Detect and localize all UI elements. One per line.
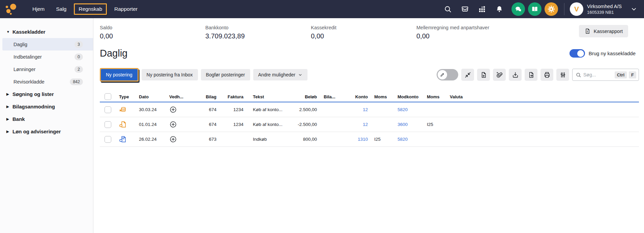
search-icon[interactable] xyxy=(444,5,452,13)
file-export-button[interactable] xyxy=(525,69,537,81)
sidebar-section-bilagsanmodning[interactable]: ▶Bilagsanmodning xyxy=(0,100,93,113)
attach-button[interactable] xyxy=(493,69,506,81)
new-cashbook-toggle-wrap: Brug ny kassekladde xyxy=(569,49,636,58)
sidebar-section-label: Bank xyxy=(12,116,25,122)
sidebar-section-bank[interactable]: ▶Bank xyxy=(0,113,93,125)
row-checkbox[interactable] xyxy=(105,106,111,113)
nav-item-rapporter[interactable]: Rapporter xyxy=(110,4,142,14)
select-all-checkbox[interactable] xyxy=(105,93,111,100)
company-avatar: V xyxy=(570,2,583,16)
shortcut-key-ctrl: Ctrl xyxy=(615,71,627,78)
add-attachment-button[interactable] xyxy=(169,106,177,113)
apps-icon[interactable] xyxy=(478,5,486,13)
sidebar-item-daglig[interactable]: Daglig3 xyxy=(2,38,93,51)
sidebar-item-indbetalinger[interactable]: Indbetalinger0 xyxy=(2,51,93,63)
table-row: 26.02.24673Indkøb800,001310I255820 xyxy=(100,132,639,147)
modkonto-cell[interactable]: 5820 xyxy=(395,137,423,142)
file-export-icon xyxy=(528,71,535,78)
collapse-button[interactable] xyxy=(461,69,474,81)
sidebar-item-l-nninger[interactable]: Lønninger2 xyxy=(2,63,93,75)
count-badge: 0 xyxy=(75,54,83,60)
add-attachment-button[interactable] xyxy=(169,135,177,143)
main-content: Saldo0,00Bankkonto3.709.023,89Kassekredi… xyxy=(93,18,644,233)
column-header-bel-b: Beløb xyxy=(290,94,319,99)
print-button[interactable] xyxy=(540,69,553,81)
column-header-moms: Moms xyxy=(423,94,447,99)
triangle-down-icon: ▼ xyxy=(6,30,12,34)
column-header-vedh: Vedh... xyxy=(165,94,202,99)
sidebar-section-s-gning-og-lister[interactable]: ▶Søgning og lister xyxy=(0,88,93,100)
doc-coins-orange-icon xyxy=(119,121,127,128)
type-cell xyxy=(116,106,135,113)
count-badge: 2 xyxy=(75,66,83,73)
nav-item-regnskab[interactable]: Regnskab xyxy=(74,3,107,15)
kasserapport-button[interactable]: $ Kasserapport xyxy=(579,25,628,37)
search-input[interactable] xyxy=(583,72,613,77)
type-cell xyxy=(116,121,135,128)
vedhaeftning-cell xyxy=(165,106,202,113)
chevron-down-icon[interactable] xyxy=(631,6,637,12)
button-label: Ny postering xyxy=(106,72,133,77)
inbox-icon[interactable] xyxy=(461,5,469,13)
new-cashbook-toggle[interactable] xyxy=(569,49,585,58)
andre-muligheder-button[interactable]: Andre muligheder xyxy=(253,69,308,80)
stat-kassekredit: Kassekredit0,00 xyxy=(311,25,416,40)
bell-icon[interactable] xyxy=(495,5,503,13)
ny-postering-button[interactable]: Ny postering xyxy=(101,69,138,80)
column-header-modkonto: Modkonto xyxy=(395,94,423,99)
sidebar-item-label: Revisorkladde xyxy=(13,79,45,85)
chat-icon[interactable] xyxy=(511,2,525,16)
sidebar-section-kassekladder[interactable]: ▼Kassekladder xyxy=(0,26,93,38)
stat-value: 0,00 xyxy=(100,32,205,40)
column-header-faktura: Faktura xyxy=(224,94,251,99)
ny-postering-fra-inbox-button[interactable]: Ny postering fra Inbox xyxy=(142,69,198,80)
select-all-cell xyxy=(100,93,116,100)
download-icon xyxy=(512,71,519,78)
sidebar-item-label: Indbetalinger xyxy=(13,54,42,60)
file-add-button[interactable] xyxy=(477,69,490,81)
sidebar-item-revisorkladde[interactable]: Revisorkladde842 xyxy=(2,75,93,88)
konto-cell[interactable]: 12 xyxy=(341,122,370,127)
tekst-cell: Indkøb xyxy=(251,137,290,142)
collapse-icon xyxy=(464,71,471,78)
tekst-cell: Køb af konto... xyxy=(251,107,290,112)
edit-mode-toggle[interactable] xyxy=(437,69,458,80)
nav-item-salg[interactable]: Salg xyxy=(52,4,70,14)
attach-icon xyxy=(496,71,503,78)
row-checkbox[interactable] xyxy=(105,136,111,143)
stat-mellemregning-med-anpartshaver: Mellemregning med anpartshaver0,00 xyxy=(416,25,522,40)
dato-cell: 01.01.24 xyxy=(135,122,165,127)
konto-cell[interactable]: 1310 xyxy=(341,137,370,142)
column-header-bilag: Bilag xyxy=(202,94,224,99)
faktura-cell: 1234 xyxy=(224,122,251,127)
account-menu[interactable]: V Virksomhed A/S 1605339 NB1 xyxy=(570,2,622,16)
column-header-dato: Dato xyxy=(135,94,165,99)
stat-label: Kassekredit xyxy=(311,25,416,30)
search-icon xyxy=(576,72,581,78)
modkonto-cell[interactable]: 5820 xyxy=(395,107,423,112)
count-badge: 3 xyxy=(75,41,83,48)
bogf-r-posteringer-button[interactable]: Bogfør posteringer xyxy=(201,69,250,80)
stat-value: 0,00 xyxy=(311,32,416,40)
sidebar-nav: ▼KassekladderDaglig3Indbetalinger0Lønnin… xyxy=(0,18,93,233)
sidebar-section-l-n-og-adviseringer[interactable]: ▶Løn og adviseringer xyxy=(0,125,93,138)
book-icon[interactable] xyxy=(528,2,541,16)
konto-cell[interactable]: 12 xyxy=(341,107,370,112)
app-logo-icon[interactable] xyxy=(5,2,18,16)
shortcut-key-f: F xyxy=(629,71,636,78)
gear-icon[interactable] xyxy=(545,2,558,16)
add-attachment-button[interactable] xyxy=(169,121,177,128)
faktura-cell: 1234 xyxy=(224,107,251,112)
row-checkbox[interactable] xyxy=(105,121,111,128)
modkonto-cell[interactable]: 3600 xyxy=(395,122,423,127)
sidebar-section-label: Løn og adviseringer xyxy=(12,129,61,134)
column-header-valuta: Valuta xyxy=(447,94,639,99)
table-row: 30.03.246741234Køb af konto...2.500,0012… xyxy=(100,102,639,117)
vedhaeftning-cell xyxy=(165,121,202,128)
nav-item-hjem[interactable]: Hjem xyxy=(28,4,49,14)
columns-button[interactable] xyxy=(556,69,569,81)
dato-cell: 30.03.24 xyxy=(135,107,165,112)
stat-value: 0,00 xyxy=(416,32,522,40)
download-button[interactable] xyxy=(509,69,522,81)
coins-orange-icon xyxy=(119,106,127,113)
